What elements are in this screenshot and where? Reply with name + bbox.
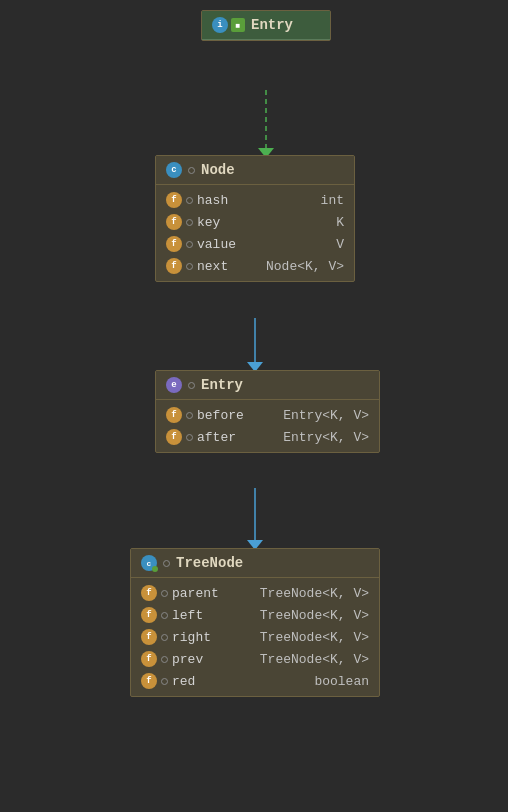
field-type: int: [321, 193, 344, 208]
field-icon: f: [141, 607, 157, 623]
field-type: TreeNode<K, V>: [260, 608, 369, 623]
field-name: left: [172, 608, 220, 623]
entry-mid-class-icon: e: [166, 377, 182, 393]
field-icon: f: [166, 192, 182, 208]
treenode-class-icon: c: [141, 555, 157, 571]
field-dot: [161, 656, 168, 663]
field-dot: [161, 590, 168, 597]
field-type: Entry<K, V>: [283, 430, 369, 445]
field-type: Node<K, V>: [266, 259, 344, 274]
table-row: f left TreeNode<K, V>: [131, 604, 379, 626]
field-dot: [186, 263, 193, 270]
field-icon: f: [141, 673, 157, 689]
field-name: prev: [172, 652, 220, 667]
field-type: V: [336, 237, 344, 252]
table-row: f parent TreeNode<K, V>: [131, 582, 379, 604]
entry-top-title: Entry: [251, 17, 293, 33]
field-icon: f: [166, 258, 182, 274]
field-dot: [161, 678, 168, 685]
field-name: red: [172, 674, 220, 689]
field-dot: [161, 634, 168, 641]
field-name: hash: [197, 193, 245, 208]
treenode-card: c TreeNode f parent TreeNode<K, V> f lef…: [130, 548, 380, 697]
field-type: TreeNode<K, V>: [260, 652, 369, 667]
node-header-dot: [188, 167, 195, 174]
entry-top-header: i ■ Entry: [202, 11, 330, 40]
entry-mid-body: f before Entry<K, V> f after Entry<K, V>: [156, 400, 379, 452]
table-row: f value V: [156, 233, 354, 255]
field-icon: f: [166, 236, 182, 252]
field-icon: f: [166, 214, 182, 230]
entry-mid-card: e Entry f before Entry<K, V> f after Ent…: [155, 370, 380, 453]
entry-green-square-icon: ■: [231, 18, 245, 32]
table-row: f right TreeNode<K, V>: [131, 626, 379, 648]
table-row: f hash int: [156, 189, 354, 211]
treenode-body: f parent TreeNode<K, V> f left TreeNode<…: [131, 578, 379, 696]
node-title: Node: [201, 162, 235, 178]
entry-mid-header: e Entry: [156, 371, 379, 400]
entry-top-icon-group: i ■: [212, 17, 245, 33]
table-row: f after Entry<K, V>: [156, 426, 379, 448]
field-name: key: [197, 215, 245, 230]
field-dot: [186, 219, 193, 226]
field-type: TreeNode<K, V>: [260, 586, 369, 601]
field-dot: [186, 412, 193, 419]
treenode-header-dot: [163, 560, 170, 567]
table-row: f key K: [156, 211, 354, 233]
field-name: next: [197, 259, 245, 274]
treenode-title: TreeNode: [176, 555, 243, 571]
entry-mid-header-dot: [188, 382, 195, 389]
field-name: value: [197, 237, 245, 252]
field-name: right: [172, 630, 220, 645]
node-body: f hash int f key K f value V f next: [156, 185, 354, 281]
field-dot: [186, 434, 193, 441]
table-row: f before Entry<K, V>: [156, 404, 379, 426]
field-icon: f: [141, 651, 157, 667]
treenode-header: c TreeNode: [131, 549, 379, 578]
table-row: f red boolean: [131, 670, 379, 692]
entry-mid-title: Entry: [201, 377, 243, 393]
field-name: parent: [172, 586, 220, 601]
field-type: Entry<K, V>: [283, 408, 369, 423]
node-card: c Node f hash int f key K f value V: [155, 155, 355, 282]
entry-top-card: i ■ Entry: [201, 10, 331, 41]
field-type: K: [336, 215, 344, 230]
field-icon: f: [166, 407, 182, 423]
node-header: c Node: [156, 156, 354, 185]
field-dot: [186, 241, 193, 248]
field-dot: [186, 197, 193, 204]
field-type: boolean: [314, 674, 369, 689]
node-class-icon: c: [166, 162, 182, 178]
diagram-canvas: i ■ Entry c Node f hash int f key K: [0, 0, 508, 812]
table-row: f prev TreeNode<K, V>: [131, 648, 379, 670]
field-type: TreeNode<K, V>: [260, 630, 369, 645]
table-row: f next Node<K, V>: [156, 255, 354, 277]
field-icon: f: [141, 629, 157, 645]
field-icon: f: [166, 429, 182, 445]
field-name: before: [197, 408, 245, 423]
field-dot: [161, 612, 168, 619]
field-icon: f: [141, 585, 157, 601]
field-name: after: [197, 430, 245, 445]
entry-class-icon: i: [212, 17, 228, 33]
